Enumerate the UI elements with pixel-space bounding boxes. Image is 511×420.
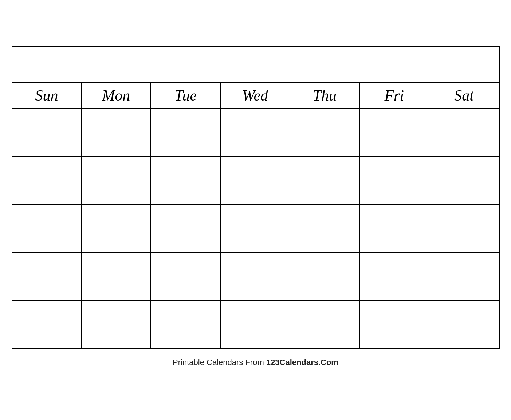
header-wed: Wed — [221, 83, 290, 108]
cell-r2-thu[interactable] — [290, 157, 360, 204]
cell-r4-fri[interactable] — [360, 253, 429, 300]
cell-r4-mon[interactable] — [82, 253, 151, 300]
cell-r4-tue[interactable] — [151, 253, 221, 300]
header-sat: Sat — [429, 83, 499, 108]
cell-r5-sun[interactable] — [12, 301, 82, 348]
cell-r3-sun[interactable] — [12, 205, 82, 252]
calendar-row-5 — [12, 301, 499, 348]
cell-r2-wed[interactable] — [221, 157, 290, 204]
cell-r2-sun[interactable] — [12, 157, 82, 204]
cell-r3-sat[interactable] — [429, 205, 499, 252]
footer-bold-text: 123Calendars.Com — [266, 358, 338, 367]
calendar-container: Sun Mon Tue Wed Thu Fri Sat — [12, 46, 500, 349]
cell-r4-wed[interactable] — [221, 253, 290, 300]
cell-r5-mon[interactable] — [82, 301, 151, 348]
cell-r4-thu[interactable] — [290, 253, 360, 300]
cell-r1-fri[interactable] — [360, 109, 429, 156]
cell-r3-wed[interactable] — [221, 205, 290, 252]
header-thu: Thu — [290, 83, 360, 108]
cell-r3-fri[interactable] — [360, 205, 429, 252]
page-wrapper: Sun Mon Tue Wed Thu Fri Sat — [12, 39, 500, 382]
header-mon: Mon — [82, 83, 151, 108]
calendar-row-2 — [12, 157, 499, 205]
footer-regular-text: Printable Calendars From — [173, 358, 266, 367]
header-sun: Sun — [12, 83, 82, 108]
cell-r1-sat[interactable] — [429, 109, 499, 156]
cell-r3-mon[interactable] — [82, 205, 151, 252]
cell-r5-tue[interactable] — [151, 301, 221, 348]
cell-r2-sat[interactable] — [429, 157, 499, 204]
header-fri: Fri — [360, 83, 429, 108]
cell-r3-thu[interactable] — [290, 205, 360, 252]
calendar-header-row: Sun Mon Tue Wed Thu Fri Sat — [12, 83, 499, 109]
cell-r4-sat[interactable] — [429, 253, 499, 300]
calendar-row-3 — [12, 205, 499, 253]
cell-r1-wed[interactable] — [221, 109, 290, 156]
calendar-row-4 — [12, 253, 499, 301]
cell-r2-fri[interactable] — [360, 157, 429, 204]
cell-r3-tue[interactable] — [151, 205, 221, 252]
calendar-row-1 — [12, 109, 499, 157]
footer-text: Printable Calendars From 123Calendars.Co… — [173, 358, 338, 367]
cell-r1-tue[interactable] — [151, 109, 221, 156]
cell-r1-sun[interactable] — [12, 109, 82, 156]
cell-r4-sun[interactable] — [12, 253, 82, 300]
calendar-grid — [12, 109, 499, 348]
cell-r5-fri[interactable] — [360, 301, 429, 348]
calendar-title-row — [12, 47, 499, 83]
cell-r2-mon[interactable] — [82, 157, 151, 204]
cell-r1-thu[interactable] — [290, 109, 360, 156]
header-tue: Tue — [151, 83, 221, 108]
cell-r2-tue[interactable] — [151, 157, 221, 204]
cell-r5-wed[interactable] — [221, 301, 290, 348]
cell-r5-sat[interactable] — [429, 301, 499, 348]
cell-r5-thu[interactable] — [290, 301, 360, 348]
cell-r1-mon[interactable] — [82, 109, 151, 156]
